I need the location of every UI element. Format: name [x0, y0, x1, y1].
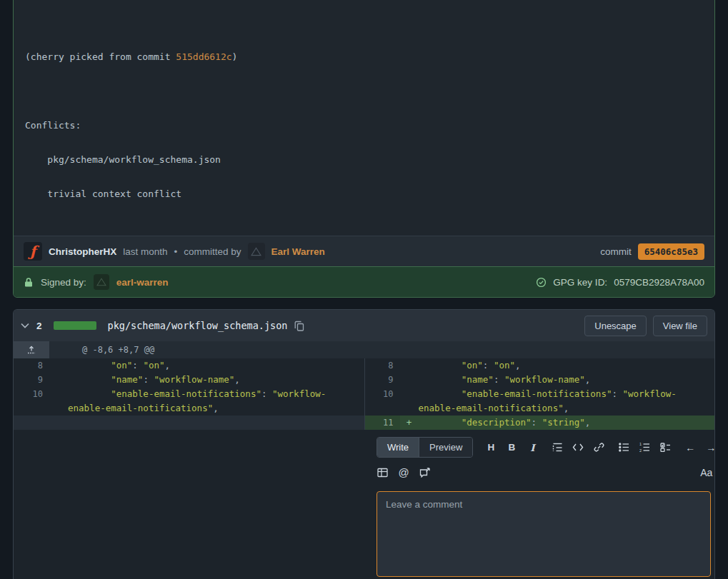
commit-author-row: ƒ ChristopherHX last month • committed b… — [14, 236, 714, 266]
cherry-pick-hash-link[interactable]: 515dd6612c — [176, 51, 231, 62]
diff-line-sign — [49, 373, 68, 387]
mention-icon[interactable]: @ — [398, 466, 409, 478]
triangle-avatar-icon — [96, 278, 106, 286]
write-tab[interactable]: Write — [377, 438, 419, 457]
table-icon[interactable] — [377, 468, 388, 478]
diff-code-cell: "name": "workflow-name", — [419, 373, 715, 387]
commit-label: commit — [600, 246, 632, 257]
diff-file-header: 2 pkg/schema/workflow_schema.json Unesca… — [14, 310, 714, 341]
author-name-link[interactable]: ChristopherHX — [49, 246, 116, 257]
diff-line-number[interactable]: 8 — [14, 358, 49, 373]
reference-icon[interactable] — [419, 468, 431, 478]
editor-controls: Write Preview H B I — [377, 437, 715, 458]
hunk-header-text: @ -8,6 +8,7 @@ — [49, 341, 714, 358]
quote-icon[interactable] — [552, 443, 563, 453]
diff-line-sign — [400, 373, 419, 387]
hunk-header-row: @ -8,6 +8,7 @@ — [14, 341, 714, 358]
expand-hunk-button[interactable] — [14, 341, 49, 358]
copy-path-icon[interactable] — [294, 321, 304, 331]
committed-by-label: committed by — [184, 246, 241, 257]
signer-name-link[interactable]: earl-warren — [116, 277, 169, 288]
link-icon[interactable] — [593, 442, 604, 453]
blank-line — [25, 17, 703, 29]
conflicts-title: Conflicts: — [25, 120, 703, 131]
task-list-icon[interactable] — [659, 443, 671, 452]
diff-rows: 8 "on": "on",8 "on": "on",9 "name": "wor… — [14, 358, 714, 430]
diff-line-number[interactable]: 9 — [364, 373, 400, 387]
signature-banner: Signed by: earl-warren GPG key ID: 0579C… — [14, 266, 714, 297]
commit-hash-badge[interactable]: 65406c85e3 — [638, 243, 704, 260]
diff-file-box: 2 pkg/schema/workflow_schema.json Unesca… — [13, 309, 715, 579]
view-file-button[interactable]: View file — [653, 316, 707, 336]
diff-line-number[interactable]: 8 — [364, 358, 400, 373]
outdent-icon[interactable]: ← — [684, 442, 696, 453]
file-header-buttons: Unescape View file — [584, 316, 707, 336]
dot-separator: • — [174, 246, 178, 257]
inline-comment-row: Write Preview H B I — [14, 430, 714, 579]
diff-code-cell: "enable-email-notifications": "workflow-… — [419, 387, 715, 416]
diff-line-number[interactable]: 11 — [364, 416, 400, 430]
diff-left-empty-area — [14, 430, 364, 579]
preview-tab[interactable]: Preview — [419, 438, 472, 457]
code-icon[interactable] — [572, 443, 584, 452]
diff-code-cell — [68, 416, 364, 430]
verified-badge-icon — [536, 277, 547, 288]
commit-time: last month — [123, 246, 167, 257]
gpg-key-label: GPG key ID: — [553, 277, 607, 288]
expand-up-icon — [26, 345, 36, 355]
diff-code-cell: "description": "string", — [419, 416, 715, 430]
markdown-toolbar: H B I 12 — [485, 442, 715, 453]
diff-line-sign — [49, 416, 68, 430]
diff-line-sign — [400, 358, 419, 373]
unescape-button[interactable]: Unescape — [584, 316, 647, 336]
conflict-file: pkg/schema/workflow_schema.json — [25, 154, 703, 166]
cherry-pick-line: (cherry picked from commit 515dd6612c) — [25, 51, 703, 63]
blank-line — [25, 86, 703, 97]
triangle-avatar-icon — [251, 247, 261, 256]
editor-mode-tabs: Write Preview — [377, 437, 473, 458]
file-name[interactable]: pkg/schema/workflow_schema.json — [108, 320, 288, 331]
markdown-toolbar-row2: @ Aa — [377, 466, 715, 478]
indent-icon[interactable]: → — [705, 442, 715, 453]
conflict-note: trivial context conflict — [25, 188, 703, 200]
signer-avatar[interactable] — [94, 274, 109, 290]
author-avatar[interactable]: ƒ — [24, 242, 42, 261]
bold-icon[interactable]: B — [506, 442, 517, 453]
commit-message-box: feat: allow workflow description (#5326)… — [13, 0, 715, 298]
file-changed-lines-count: 2 — [36, 321, 42, 331]
text-mode-toggle[interactable]: Aa — [700, 467, 712, 478]
diff-code-cell: "on": "on", — [68, 358, 364, 373]
committer-avatar[interactable] — [248, 243, 265, 260]
diff-line-sign: + — [400, 416, 419, 430]
diff-code-cell: "name": "workflow-name", — [68, 373, 364, 387]
diff-line-number — [14, 416, 49, 430]
gpg-key-info: GPG key ID: 0579CB2928A78A00 — [536, 277, 704, 288]
svg-text:2: 2 — [639, 448, 642, 452]
diff-line-number[interactable]: 9 — [14, 373, 49, 387]
collapse-file-chevron[interactable] — [21, 323, 29, 328]
diff-line-number[interactable]: 10 — [364, 387, 400, 416]
file-diffstat-bar — [54, 321, 96, 330]
lock-icon — [24, 277, 34, 288]
cherry-pick-text: ) — [232, 51, 238, 62]
italic-icon[interactable]: I — [527, 442, 538, 453]
ordered-list-icon[interactable]: 12 — [639, 443, 650, 452]
heading-icon[interactable]: H — [485, 442, 497, 453]
diff-line-number[interactable]: 10 — [14, 387, 49, 416]
unordered-list-icon[interactable] — [618, 443, 629, 452]
gpg-key-id: 0579CB2928A78A00 — [614, 277, 704, 288]
diff-code-cell: "on": "on", — [419, 358, 715, 373]
commit-message-body: Otherwise act would reject such workflow… — [14, 0, 714, 236]
svg-text:1: 1 — [639, 443, 642, 446]
comment-textarea[interactable] — [377, 491, 711, 577]
signed-by-label: Signed by: — [41, 277, 86, 288]
comment-textarea-wrap — [377, 491, 711, 579]
diff-line-sign — [49, 358, 68, 373]
diff-line-sign — [400, 387, 419, 416]
committer-name-link[interactable]: Earl Warren — [271, 246, 325, 257]
cherry-pick-text: (cherry picked from commit — [25, 51, 176, 62]
diff-line-sign — [49, 387, 68, 416]
comment-form: Write Preview H B I — [364, 430, 715, 579]
diff-code-cell: "enable-email-notifications": "workflow-… — [68, 387, 364, 416]
